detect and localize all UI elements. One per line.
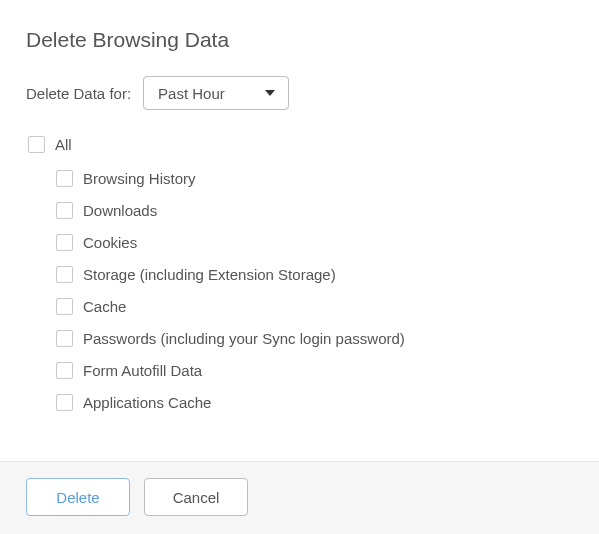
checkbox-label[interactable]: Form Autofill Data <box>83 362 202 379</box>
checkbox-passwords[interactable] <box>56 330 73 347</box>
checkbox-row: Downloads <box>56 194 573 226</box>
checkbox-browsing-history[interactable] <box>56 170 73 187</box>
checkbox-row: Storage (including Extension Storage) <box>56 258 573 290</box>
checkbox-row: Cache <box>56 290 573 322</box>
chevron-down-icon <box>264 89 276 97</box>
time-range-select[interactable]: Past Hour <box>143 76 289 110</box>
checkbox-cookies[interactable] <box>56 234 73 251</box>
time-range-row: Delete Data for: Past Hour <box>26 76 573 110</box>
checkbox-cache[interactable] <box>56 298 73 315</box>
checkbox-row: Cookies <box>56 226 573 258</box>
checkbox-label[interactable]: Browsing History <box>83 170 196 187</box>
checkbox-row: Browsing History <box>56 162 573 194</box>
checkbox-label[interactable]: Applications Cache <box>83 394 211 411</box>
checkbox-row-all: All <box>28 128 573 160</box>
checkbox-downloads[interactable] <box>56 202 73 219</box>
checkbox-row: Applications Cache <box>56 386 573 418</box>
checkbox-row: Passwords (including your Sync login pas… <box>56 322 573 354</box>
checkbox-list: All Browsing History Downloads Cookies <box>28 128 573 418</box>
checkbox-storage[interactable] <box>56 266 73 283</box>
checkbox-label[interactable]: Passwords (including your Sync login pas… <box>83 330 405 347</box>
checkbox-label[interactable]: Storage (including Extension Storage) <box>83 266 336 283</box>
checkbox-label-all[interactable]: All <box>55 136 72 153</box>
checkbox-all[interactable] <box>28 136 45 153</box>
delete-button[interactable]: Delete <box>26 478 130 516</box>
sub-checkbox-list: Browsing History Downloads Cookies Stora… <box>56 162 573 418</box>
cancel-button[interactable]: Cancel <box>144 478 248 516</box>
dialog-content: Delete Browsing Data Delete Data for: Pa… <box>0 0 599 461</box>
checkbox-label[interactable]: Cache <box>83 298 126 315</box>
time-range-label: Delete Data for: <box>26 85 131 102</box>
checkbox-form-autofill[interactable] <box>56 362 73 379</box>
time-range-selected: Past Hour <box>158 85 225 102</box>
checkbox-row: Form Autofill Data <box>56 354 573 386</box>
dialog-title: Delete Browsing Data <box>26 28 573 52</box>
svg-marker-0 <box>265 90 275 96</box>
dialog-footer: Delete Cancel <box>0 461 599 534</box>
checkbox-applications-cache[interactable] <box>56 394 73 411</box>
checkbox-label[interactable]: Cookies <box>83 234 137 251</box>
checkbox-label[interactable]: Downloads <box>83 202 157 219</box>
delete-browsing-data-dialog: Delete Browsing Data Delete Data for: Pa… <box>0 0 599 534</box>
